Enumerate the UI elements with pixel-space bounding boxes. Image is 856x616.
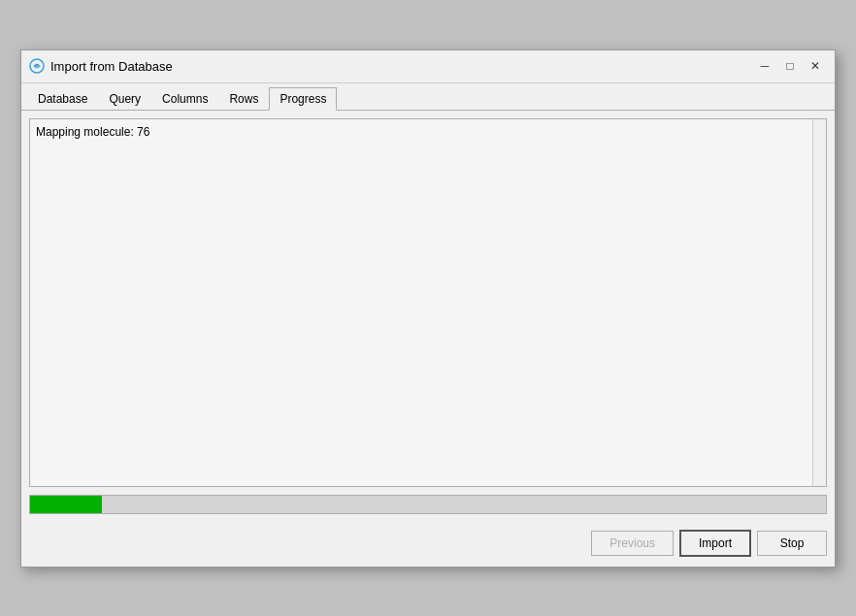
tab-database[interactable]: Database [27,87,98,111]
log-area: Mapping molecule: 76 [29,118,827,487]
previous-button[interactable]: Previous [591,531,674,556]
progress-bar-fill [30,496,102,513]
window-title: Import from Database [50,59,173,74]
log-scrollbar[interactable] [812,119,826,486]
tab-rows[interactable]: Rows [218,87,269,111]
button-bar: Previous Import Stop [21,522,835,567]
log-text: Mapping molecule: 76 [36,125,149,139]
tab-progress[interactable]: Progress [269,87,337,111]
progress-bar-container [29,495,827,514]
maximize-button[interactable]: □ [778,56,802,76]
tab-bar: Database Query Columns Rows Progress [21,83,835,111]
minimize-button[interactable]: ─ [753,56,776,76]
stop-button[interactable]: Stop [757,531,827,556]
close-button[interactable]: ✕ [804,56,827,76]
import-button[interactable]: Import [679,530,751,557]
title-bar: Import from Database ─ □ ✕ [21,50,835,83]
content-area: Mapping molecule: 76 [21,111,835,522]
title-bar-left: Import from Database [29,58,173,74]
tab-query[interactable]: Query [98,87,151,111]
tab-columns[interactable]: Columns [151,87,218,111]
title-bar-controls: ─ □ ✕ [753,56,827,76]
app-icon [29,58,45,74]
main-window: Import from Database ─ □ ✕ Database Quer… [20,49,836,567]
